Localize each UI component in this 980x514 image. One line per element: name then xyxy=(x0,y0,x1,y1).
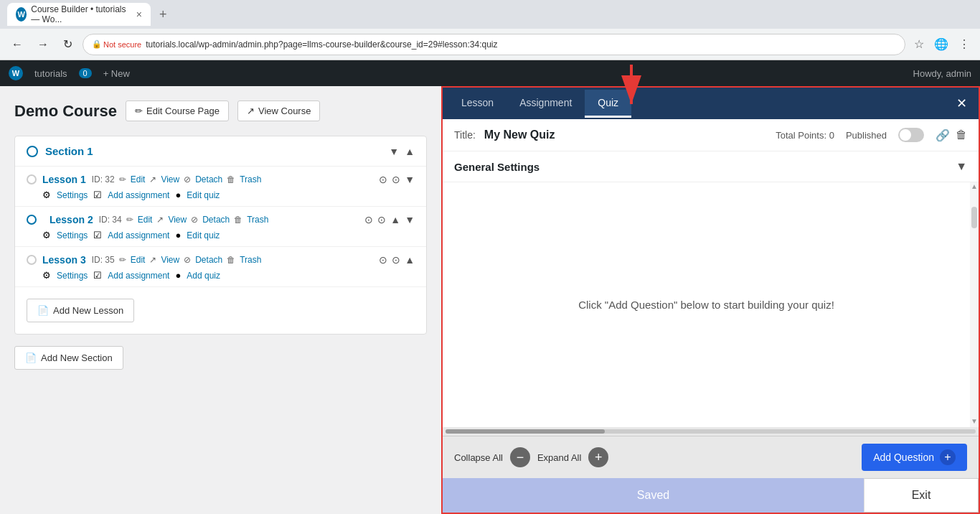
add-question-btn[interactable]: Add Question + xyxy=(862,444,967,471)
lesson-2-edit[interactable]: Edit xyxy=(138,215,153,225)
site-link[interactable]: tutorials xyxy=(34,68,67,79)
collapse-all-btn[interactable]: Collapse All xyxy=(454,452,503,463)
lesson-2-icon2[interactable]: ⊙ xyxy=(377,214,386,225)
favicon: W xyxy=(16,7,27,22)
lesson-1-settings[interactable]: Settings xyxy=(57,190,88,200)
lesson-3-view[interactable]: View xyxy=(161,255,179,265)
lesson-2-settings[interactable]: Settings xyxy=(57,230,88,240)
lesson-3-edit[interactable]: Edit xyxy=(131,255,146,265)
lesson-1-add-assignment[interactable]: Add assignment xyxy=(108,190,169,200)
section-controls: ▼ ▲ xyxy=(389,146,415,157)
scroll-up-btn[interactable]: ▲ xyxy=(970,182,979,192)
menu-btn[interactable]: ⋮ xyxy=(956,34,973,54)
lesson-2-view[interactable]: View xyxy=(168,215,187,225)
back-btn[interactable]: ← xyxy=(7,35,27,54)
section-card: Section 1 ▼ ▲ Lesson 1 ID: 32 ✏ Edit ↗ xyxy=(14,136,427,335)
lesson-3-detach[interactable]: Detach xyxy=(195,255,222,265)
lesson-1-trash[interactable]: Trash xyxy=(240,174,261,184)
quiz-header: Title: My New Quiz Total Points: 0 Publi… xyxy=(443,119,979,151)
new-link[interactable]: + New xyxy=(103,68,130,79)
lesson-3-trash[interactable]: Trash xyxy=(240,255,261,265)
edit-icon: ✏ xyxy=(126,215,133,225)
new-tab-btn[interactable]: + xyxy=(156,4,170,25)
forward-btn[interactable]: → xyxy=(33,35,53,54)
scroll-thumb-h[interactable] xyxy=(446,429,605,434)
lesson-2-trash[interactable]: Trash xyxy=(247,215,268,225)
lesson-3-chevron-up[interactable]: ▲ xyxy=(405,254,415,266)
scroll-thumb-v[interactable] xyxy=(971,207,977,228)
quiz-panel: Lesson Assignment Quiz ✕ Title: My New Q… xyxy=(441,86,980,514)
tab-assignment[interactable]: Assignment xyxy=(507,90,585,118)
lesson-1-view[interactable]: View xyxy=(161,174,179,184)
lesson-2-icon1[interactable]: ⊙ xyxy=(364,214,373,225)
exit-btn[interactable]: Exit xyxy=(864,478,979,513)
lesson-3-icons: ⊙ ⊙ ▲ xyxy=(379,254,415,266)
lesson-1-icon2[interactable]: ⊙ xyxy=(392,174,400,185)
quiz-link-icon-btn[interactable]: 🔗 xyxy=(936,128,950,142)
lesson-1-chevron[interactable]: ▼ xyxy=(405,174,415,185)
plus-icon: + xyxy=(595,450,603,465)
lesson-2-add-assignment[interactable]: Add assignment xyxy=(108,230,169,240)
lesson-1-edit[interactable]: Edit xyxy=(131,174,146,184)
section-expand-btn[interactable]: ▲ xyxy=(405,146,415,157)
collapse-minus-btn[interactable]: − xyxy=(510,447,530,467)
scroll-down-btn[interactable]: ▼ xyxy=(970,417,979,427)
tab-title: Course Builder • tutorials — Wo... xyxy=(31,4,129,24)
tab-quiz[interactable]: Quiz xyxy=(585,90,631,118)
lesson-1-icons: ⊙ ⊙ ▼ xyxy=(379,174,415,185)
reload-btn[interactable]: ↻ xyxy=(59,34,77,54)
quiz-empty-message: Click "Add Question" below to start buil… xyxy=(578,299,834,311)
detach-icon: ⊘ xyxy=(191,215,198,225)
general-settings-chevron-btn[interactable]: ▼ xyxy=(956,160,967,173)
lesson-row: Lesson 3 ID: 35 ✏ Edit ↗ View ⊘ Detach 🗑… xyxy=(15,247,426,287)
view-course-btn[interactable]: ↗ View Course xyxy=(237,101,320,121)
lesson-3-id: ID: 35 xyxy=(92,255,115,265)
quiz-panel-close-btn[interactable]: ✕ xyxy=(951,93,973,114)
lesson-3-quiz[interactable]: Add quiz xyxy=(187,270,220,281)
address-bar[interactable]: 🔒 Not secure tutorials.local/wp-admin/ad… xyxy=(83,34,905,55)
lesson-1-name[interactable]: Lesson 1 xyxy=(42,174,86,185)
lesson-2-quiz[interactable]: Edit quiz xyxy=(187,230,220,240)
section-collapse-btn[interactable]: ▼ xyxy=(389,146,399,157)
lesson-1-detach[interactable]: Detach xyxy=(195,174,222,184)
file-icon: 📄 xyxy=(37,305,49,316)
lesson-3-main: Lesson 3 ID: 35 ✏ Edit ↗ View ⊘ Detach 🗑… xyxy=(27,254,415,266)
lesson-2-icons: ⊙ ⊙ ▲ ▼ xyxy=(364,214,415,225)
saved-btn[interactable]: Saved xyxy=(443,478,864,513)
browser-tab[interactable]: W Course Builder • tutorials — Wo... × xyxy=(7,3,151,26)
lesson-2-name[interactable]: Lesson 2 xyxy=(50,214,93,225)
gear-icon: ⚙ xyxy=(42,230,51,240)
section-name: Section 1 xyxy=(45,145,389,157)
add-new-section-btn[interactable]: 📄 Add New Section xyxy=(14,346,123,370)
lesson-2-meta: ID: 34 ✏ Edit ↗ View ⊘ Detach 🗑 Trash xyxy=(99,215,269,225)
howdy-text: Howdy, admin xyxy=(913,68,971,79)
lesson-3-add-assignment[interactable]: Add assignment xyxy=(108,270,169,281)
lesson-3-icon2[interactable]: ⊙ xyxy=(392,254,400,266)
lesson-1-circle xyxy=(27,174,37,184)
expand-all-btn[interactable]: Expand All xyxy=(537,452,581,463)
tab-close-btn[interactable]: × xyxy=(136,9,142,20)
external-link-icon: ↗ xyxy=(247,106,255,116)
lesson-1-icon1[interactable]: ⊙ xyxy=(379,174,387,185)
lesson-2-chevron-up[interactable]: ▲ xyxy=(390,214,400,225)
lesson-3-name[interactable]: Lesson 3 xyxy=(42,254,86,266)
scroll-track-v xyxy=(970,192,979,417)
extension-btn[interactable]: 🌐 xyxy=(931,34,951,54)
lesson-3-settings[interactable]: Settings xyxy=(57,270,88,281)
add-new-lesson-btn[interactable]: 📄 Add New Lesson xyxy=(27,299,134,322)
tab-lesson[interactable]: Lesson xyxy=(448,90,507,118)
edit-course-btn[interactable]: ✏ Edit Course Page xyxy=(126,101,229,121)
published-toggle[interactable] xyxy=(898,128,924,142)
horizontal-scrollbar[interactable] xyxy=(443,427,979,436)
edit-icon: ✏ xyxy=(119,255,126,265)
edit-icon: ✏ xyxy=(135,106,143,116)
lesson-2-chevron-down[interactable]: ▼ xyxy=(405,214,415,225)
quiz-trash-icon-btn[interactable]: 🗑 xyxy=(956,128,967,142)
bookmark-btn[interactable]: ☆ xyxy=(911,34,927,54)
expand-plus-btn[interactable]: + xyxy=(588,447,608,467)
lesson-3-icon1[interactable]: ⊙ xyxy=(379,254,387,266)
lesson-1-quiz[interactable]: Edit quiz xyxy=(187,190,220,200)
lesson-2-detach[interactable]: Detach xyxy=(202,215,230,225)
comment-badge[interactable]: 0 xyxy=(79,68,92,78)
vertical-scrollbar[interactable]: ▲ ▼ xyxy=(970,182,979,427)
